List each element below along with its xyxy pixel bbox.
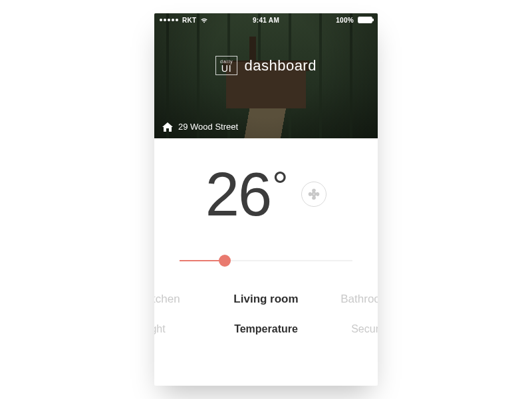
category-prev[interactable]: Light: [154, 321, 214, 338]
slider-fill: [180, 260, 225, 261]
temperature-readout: 26 °: [205, 164, 287, 225]
home-icon: [162, 122, 173, 132]
brand-logo-line2: UI: [220, 64, 233, 73]
main-panel: 26 ° Kitchen Living room Bathroom Light: [154, 138, 378, 343]
category-selector[interactable]: Light Temperature Security: [154, 321, 378, 338]
address-text: 29 Wood Street: [178, 122, 238, 132]
battery-percent: 100%: [336, 17, 354, 24]
status-bar-right: 100%: [336, 17, 372, 24]
page-title: dashboard: [244, 57, 316, 74]
status-bar-left: RKT: [160, 17, 208, 24]
temperature-value: 26: [205, 164, 271, 225]
room-selector[interactable]: Kitchen Living room Bathroom: [154, 290, 378, 309]
brand-logo: daily UI: [215, 56, 237, 75]
room-active[interactable]: Living room: [229, 290, 303, 309]
category-next[interactable]: Security: [318, 321, 378, 338]
wifi-icon: [200, 17, 208, 23]
category-active[interactable]: Temperature: [229, 321, 303, 338]
status-bar: RKT 9:41 AM 100%: [154, 13, 378, 27]
hero: RKT 9:41 AM 100% daily UI dashboard: [154, 13, 378, 138]
signal-dots-icon: [160, 19, 178, 21]
slider-thumb[interactable]: [219, 255, 231, 267]
mode-toggle-button[interactable]: [301, 182, 327, 207]
room-prev[interactable]: Kitchen: [154, 290, 214, 309]
brand: daily UI dashboard: [154, 56, 378, 75]
carrier-label: RKT: [182, 17, 196, 24]
brand-logo-line1: daily: [220, 59, 233, 64]
fan-icon: [307, 188, 321, 201]
room-next[interactable]: Bathroom: [318, 290, 378, 309]
battery-icon: [358, 17, 372, 23]
address[interactable]: 29 Wood Street: [162, 122, 238, 132]
temperature-row: 26 °: [168, 164, 364, 225]
temperature-unit: °: [272, 166, 287, 206]
temperature-slider[interactable]: [180, 254, 352, 267]
hero-background-image: [154, 13, 378, 138]
phone-frame: RKT 9:41 AM 100% daily UI dashboard: [154, 13, 378, 386]
